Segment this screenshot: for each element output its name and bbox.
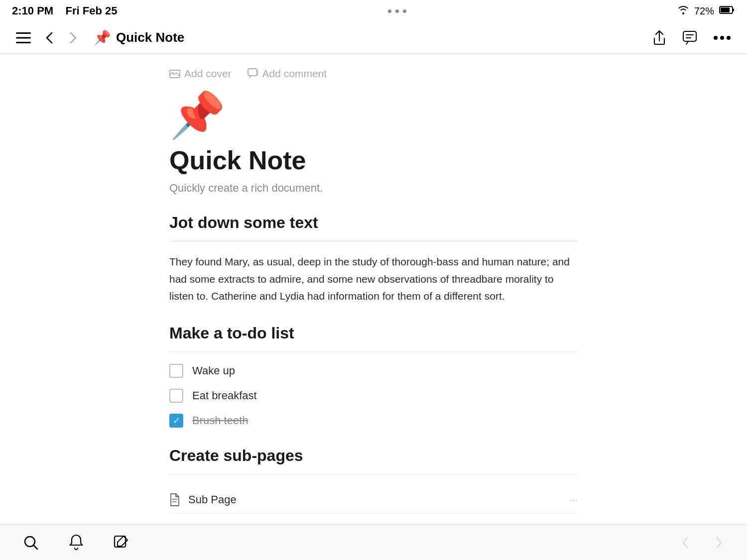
todo-item-breakfast: Eat breakfast — [169, 389, 578, 403]
more-button[interactable] — [711, 33, 733, 42]
page-subtitle: Quickly create a rich document. — [169, 182, 578, 195]
wifi-icon — [677, 5, 689, 17]
status-bar: 2:10 PM Fri Feb 25 72% — [0, 0, 747, 22]
todo-list: Wake up Eat breakfast ✓ Brush teeth — [169, 364, 578, 428]
comment-button[interactable] — [680, 28, 699, 47]
svg-point-10 — [727, 36, 731, 40]
nav-title-area: 📌 Quick Note — [94, 29, 184, 46]
back-button[interactable] — [42, 29, 57, 47]
divider-1 — [169, 241, 578, 241]
todo-label-wakeup: Wake up — [192, 364, 235, 377]
tab-bar-right — [677, 532, 727, 554]
checkmark-teeth: ✓ — [173, 416, 180, 425]
battery-percent: 72% — [694, 5, 714, 17]
todo-item-wakeup: Wake up — [169, 364, 578, 378]
subpage-left-1: Sub Page — [169, 493, 237, 506]
nav-right — [650, 28, 733, 48]
add-comment-button[interactable]: Add comment — [248, 68, 327, 80]
status-time-date: 2:10 PM Fri Feb 25 — [12, 4, 118, 17]
svg-rect-2 — [16, 32, 31, 34]
menu-button[interactable] — [14, 30, 33, 45]
divider-3 — [169, 474, 578, 474]
section-heading-subpages: Create sub-pages — [169, 447, 578, 465]
subpage-item-1[interactable]: Sub Page ··· — [169, 486, 578, 514]
page-inner: Add cover Add comment 📌 Quick Note Quick… — [149, 54, 598, 524]
nav-back-tab-button[interactable] — [677, 532, 694, 554]
status-center-dots — [388, 9, 406, 13]
toolbar-row: Add cover Add comment — [169, 62, 578, 88]
page-emoji: 📌 — [169, 93, 578, 137]
todo-label-teeth: Brush teeth — [192, 414, 249, 427]
svg-line-17 — [33, 545, 37, 549]
compose-tab-button[interactable] — [111, 532, 131, 553]
subpage-doc-icon — [169, 493, 180, 506]
share-button[interactable] — [650, 28, 668, 48]
divider-2 — [169, 351, 578, 352]
svg-rect-4 — [16, 42, 31, 43]
checkbox-wakeup[interactable] — [169, 364, 183, 378]
svg-point-8 — [714, 36, 718, 40]
notifications-tab-button[interactable] — [66, 531, 87, 554]
nav-pin-icon: 📌 — [94, 29, 111, 46]
svg-rect-3 — [16, 37, 31, 38]
todo-item-teeth: ✓ Brush teeth — [169, 414, 578, 428]
checkbox-teeth[interactable]: ✓ — [169, 414, 183, 428]
checkbox-breakfast[interactable] — [169, 389, 183, 403]
add-comment-label: Add comment — [262, 68, 327, 80]
tab-bar-left — [20, 531, 131, 554]
svg-point-12 — [172, 72, 174, 74]
nav-bar: 📌 Quick Note — [0, 22, 747, 54]
subpage-dots-1[interactable]: ··· — [569, 494, 578, 506]
tab-bar — [0, 524, 747, 560]
subpage-label-1: Sub Page — [188, 493, 237, 506]
dot2 — [395, 9, 399, 13]
status-time: 2:10 PM — [12, 4, 53, 17]
add-cover-label: Add cover — [184, 68, 232, 80]
status-date: Fri Feb 25 — [66, 4, 118, 17]
nav-left: 📌 Quick Note — [14, 29, 184, 47]
dot3 — [403, 9, 406, 13]
forward-button[interactable] — [66, 29, 81, 47]
svg-rect-5 — [683, 31, 696, 41]
battery-icon — [719, 5, 735, 17]
nav-forward-tab-button[interactable] — [710, 532, 727, 554]
add-cover-button[interactable]: Add cover — [169, 68, 232, 80]
search-tab-button[interactable] — [20, 532, 42, 554]
status-indicators: 72% — [677, 5, 735, 17]
section-heading-jot: Jot down some text — [169, 214, 578, 232]
svg-rect-18 — [115, 536, 125, 547]
page-content: Add cover Add comment 📌 Quick Note Quick… — [0, 54, 747, 524]
todo-label-breakfast: Eat breakfast — [192, 389, 257, 402]
page-title: Quick Note — [169, 146, 578, 175]
svg-point-9 — [720, 36, 724, 40]
svg-rect-13 — [248, 69, 257, 76]
nav-title: Quick Note — [116, 30, 184, 45]
body-text-1: They found Mary, as usual, deep in the s… — [169, 253, 578, 305]
section-heading-todo: Make a to-do list — [169, 324, 578, 342]
svg-rect-1 — [721, 7, 730, 12]
dot1 — [388, 9, 391, 13]
